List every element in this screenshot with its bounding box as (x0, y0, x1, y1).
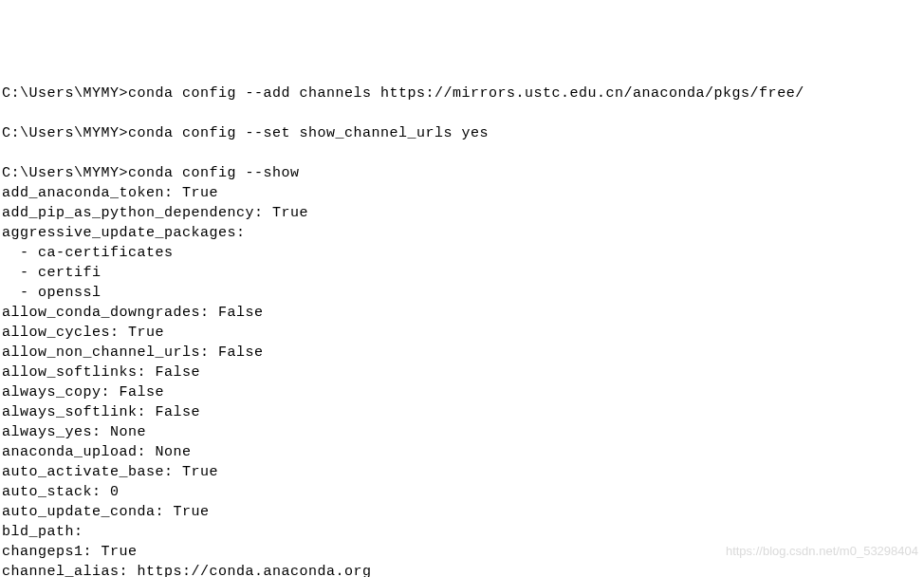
terminal-line: - openssl (2, 283, 922, 303)
terminal-line: anaconda_upload: None (2, 442, 922, 462)
terminal-line (2, 143, 922, 163)
terminal-line: channel_alias: https://conda.anaconda.or… (2, 562, 922, 577)
terminal-line: bld_path: (2, 522, 922, 542)
terminal-line: allow_non_channel_urls: False (2, 343, 922, 363)
terminal-line: add_pip_as_python_dependency: True (2, 203, 922, 223)
terminal-line: allow_softlinks: False (2, 363, 922, 382)
terminal-line: allow_conda_downgrades: False (2, 303, 922, 323)
terminal-line: - certifi (2, 263, 922, 283)
terminal-line: C:\Users\MYMY>conda config --show (2, 163, 922, 183)
terminal-line: C:\Users\MYMY>conda config --add channel… (2, 84, 922, 103)
terminal-line: always_copy: False (2, 382, 922, 402)
terminal-line (2, 103, 922, 123)
terminal-line: auto_activate_base: True (2, 462, 922, 482)
terminal-line: aggressive_update_packages: (2, 223, 922, 243)
watermark-text: https://blog.csdn.net/m0_53298404 (726, 543, 918, 560)
terminal-line: add_anaconda_token: True (2, 183, 922, 203)
terminal-line: auto_stack: 0 (2, 482, 922, 502)
terminal-line: always_yes: None (2, 422, 922, 442)
terminal-output: C:\Users\MYMY>conda config --add channel… (2, 84, 922, 577)
terminal-line: always_softlink: False (2, 402, 922, 422)
terminal-line: auto_update_conda: True (2, 502, 922, 522)
terminal-line: C:\Users\MYMY>conda config --set show_ch… (2, 123, 922, 143)
terminal-line: - ca-certificates (2, 243, 922, 263)
terminal-line: allow_cycles: True (2, 323, 922, 343)
